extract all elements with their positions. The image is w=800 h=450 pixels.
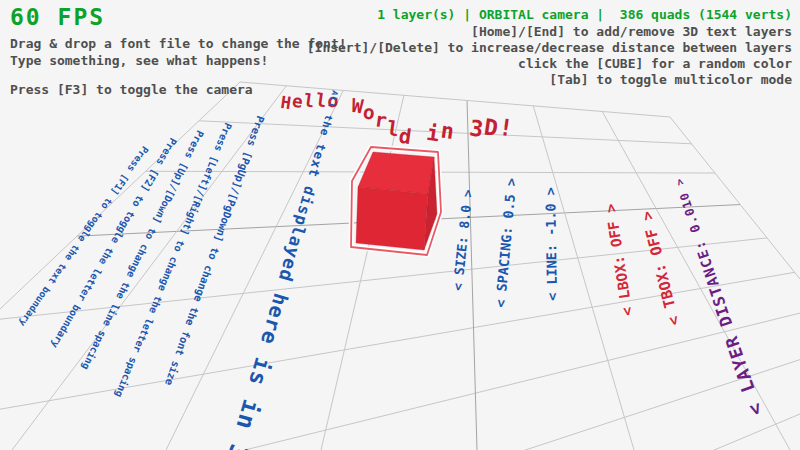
tip-multicolor-mode: [Tab] to toggle multicolor mode [549,72,792,87]
tip-type-something: Type something, see what happens! [10,53,268,68]
tip-layer-distance: [Insert]/[Delete] to increase/decrease d… [307,40,792,55]
cube-top-face [358,152,434,194]
status-bar: 1 layer(s) | ORBITAL camera | 386 quads … [377,7,792,22]
cube-faces[interactable] [356,152,437,250]
cube-front-face [356,187,428,250]
fps-counter: 60 FPS [10,4,105,30]
app-window: Hello World in 3D! All the text displaye… [0,0,800,450]
tip-drag-drop-font: Drag & drop a font file to change the fo… [10,36,347,51]
tip-toggle-camera: Press [F3] to toggle the camera [10,82,253,97]
tip-cube-random-color: click the [CUBE] for a random color [518,56,792,71]
tip-add-remove-layers: [Home]/[End] to add/remove 3D text layer… [471,24,792,39]
